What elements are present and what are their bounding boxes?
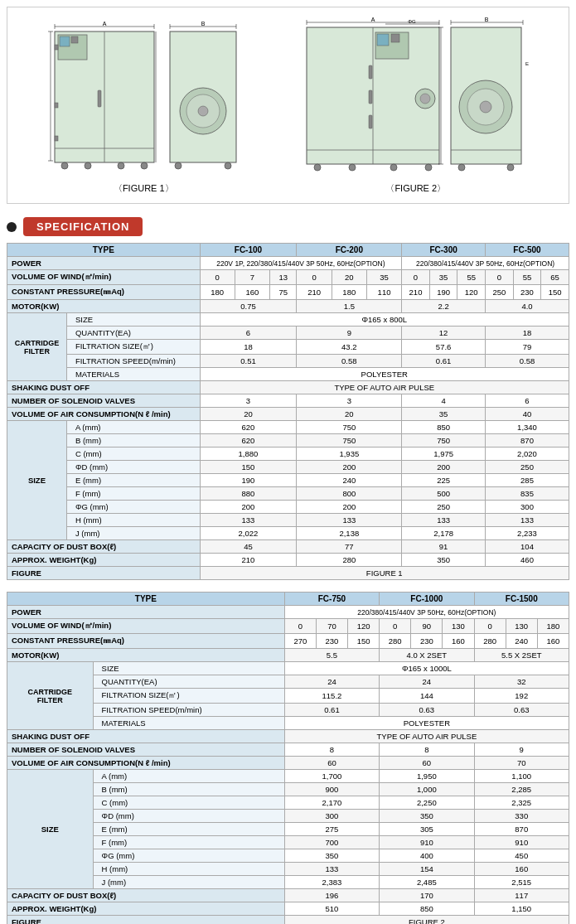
table-row: CARTRIDGEFILTER SIZE Φ165 x 800L — [7, 313, 569, 327]
figure-1-caption: 〈FIGURE 1〉 — [114, 182, 174, 195]
svg-point-31 — [225, 162, 231, 169]
table-row: QUANTITY(EA) 6 9 12 18 — [7, 327, 569, 340]
table-row: APPROX. WEIGHT(Kg) 510 850 1,150 — [7, 902, 569, 916]
figure2-front-view: A ΦG — [303, 16, 443, 177]
table-row: SIZE A (mm) 1,700 1,950 1,100 — [7, 770, 569, 783]
col-type-2: TYPE — [7, 593, 285, 606]
table-row: ΦG (mm) 200 200 250 300 — [7, 501, 569, 514]
table-row: NUMBER OF SOLENOID VALVES 8 8 9 — [7, 743, 569, 757]
figure1-side-view: B — [166, 20, 240, 177]
col-fc300: FC-300 — [402, 244, 486, 257]
table-row: MOTOR(KW) 5.5 4.0 X 2SET 5.5 X 2SET — [7, 649, 569, 662]
svg-point-64 — [480, 101, 491, 113]
table-row: FIGURE FIGURE 2 — [7, 916, 569, 925]
svg-rect-13 — [55, 103, 58, 108]
spec-dot — [7, 222, 17, 232]
svg-rect-14 — [55, 136, 58, 141]
table-row: FIGURE FIGURE 1 — [7, 567, 569, 580]
svg-point-50 — [425, 164, 432, 171]
table-row: E (mm) 190 240 225 285 — [7, 474, 569, 487]
svg-point-66 — [458, 164, 465, 171]
table-row: ΦD (mm) 150 200 200 250 — [7, 461, 569, 474]
svg-text:E: E — [525, 61, 529, 66]
svg-point-19 — [85, 162, 91, 169]
col-fc100: FC-100 — [200, 244, 297, 257]
table-row: J (mm) 2,022 2,138 2,178 2,233 — [7, 527, 569, 540]
svg-rect-15 — [98, 90, 101, 107]
table-row: SIZE A (mm) 620 750 850 1,340 — [7, 421, 569, 434]
svg-point-67 — [507, 164, 514, 171]
table-row: CONSTANT PRESSURE(㎜Aq) 270230150 2802301… — [7, 634, 569, 649]
svg-rect-43 — [369, 65, 372, 79]
svg-point-17 — [61, 162, 68, 169]
table-row: CARTRIDGEFILTER SIZE Φ165 x 1000L — [7, 662, 569, 675]
col-fc1000: FC-1000 — [380, 593, 474, 606]
table-row: FILTRATION SPEED(m/min) 0.51 0.58 0.61 0… — [7, 355, 569, 368]
svg-rect-12 — [55, 45, 58, 50]
figure-1-block: A — [46, 20, 240, 195]
table-row: B (mm) 620 750 750 870 — [7, 434, 569, 447]
svg-rect-45 — [369, 115, 372, 128]
svg-point-52 — [390, 164, 397, 171]
spec-table-2: TYPE FC-750 FC-1000 FC-1500 POWER 220/38… — [7, 592, 569, 924]
figures-section: A — [7, 7, 569, 204]
table-row: APPROX. WEIGHT(Kg) 210 280 350 460 — [7, 554, 569, 567]
figure-2-drawings: A ΦG — [303, 16, 530, 177]
table-row: CONSTANT PRESSURE(㎜Aq) 18016075 21018011… — [7, 285, 569, 300]
svg-point-18 — [141, 162, 148, 169]
table-row: VOLUME OF WIND(㎥/min) 0713 02035 03555 0… — [7, 270, 569, 285]
svg-point-51 — [349, 164, 356, 171]
svg-point-29 — [198, 106, 208, 116]
col-type: TYPE — [7, 244, 201, 257]
svg-text:ΦG: ΦG — [408, 19, 416, 24]
svg-text:B: B — [201, 21, 206, 27]
table-row: FILTRATION SIZE(㎡) 18 43.2 57.6 79 — [7, 340, 569, 355]
svg-point-20 — [118, 162, 124, 169]
svg-rect-41 — [377, 34, 389, 46]
table-row: F (mm) 880 800 500 835 — [7, 487, 569, 501]
table-row: POWER 220/380/415/440V 3P 50Hz, 60Hz(OPT… — [7, 606, 569, 619]
svg-text:A: A — [103, 21, 107, 27]
figure-2-block: A ΦG — [303, 16, 530, 195]
table-row: CAPACITY OF DUST BOX(ℓ) 196 170 117 — [7, 889, 569, 902]
table-row: VOLUME OF WIND(㎥/min) 070120 090130 0130… — [7, 619, 569, 634]
table-row: MATERIALS POLYESTER — [7, 368, 569, 381]
col-fc750: FC-750 — [284, 593, 379, 606]
table-row: VOLUME OF AIR CONSUMPTION(N ℓ /min) 60 6… — [7, 757, 569, 770]
svg-point-47 — [420, 94, 430, 104]
table-row: H (mm) 133 133 133 133 — [7, 514, 569, 527]
svg-text:A: A — [370, 17, 375, 22]
spec-header: SPECIFICATION — [7, 217, 569, 236]
figure-1-drawings: A — [46, 20, 240, 177]
table-row: VOLUME OF AIR CONSUMPTION(N ℓ /min) 20 2… — [7, 408, 569, 421]
table-row: CAPACITY OF DUST BOX(ℓ) 45 77 91 104 — [7, 540, 569, 554]
svg-point-30 — [175, 162, 182, 169]
col-fc200: FC-200 — [297, 244, 402, 257]
table-row: C (mm) 1,880 1,935 1,975 2,020 — [7, 447, 569, 461]
table-row: SHAKING DUST OFF TYPE OF AUTO AIR PULSE — [7, 730, 569, 743]
svg-text:B: B — [484, 17, 488, 22]
svg-rect-9 — [60, 36, 70, 46]
figure1-front-view: A — [46, 20, 162, 177]
table-row: POWER 220V 1P, 220/380/415/440V 3P 50Hz,… — [7, 257, 569, 270]
spec-table-1: TYPE FC-100 FC-200 FC-300 FC-500 POWER 2… — [7, 243, 569, 580]
table-row: MOTOR(KW) 0.75 1.5 2.2 4.0 — [7, 300, 569, 313]
spec-title: SPECIFICATION — [23, 217, 143, 236]
svg-rect-44 — [369, 90, 372, 104]
figure-2-caption: 〈FIGURE 2〉 — [385, 182, 446, 195]
col-fc500: FC-500 — [486, 244, 569, 257]
table-row: NUMBER OF SOLENOID VALVES 3 3 4 6 — [7, 394, 569, 408]
table-row: SHAKING DUST OFF TYPE OF AUTO AIR PULSE — [7, 381, 569, 394]
svg-rect-10 — [71, 36, 78, 43]
figure2-side-view: B E — [447, 16, 530, 177]
svg-rect-42 — [391, 34, 399, 42]
svg-point-49 — [314, 164, 321, 171]
col-fc1500: FC-1500 — [474, 593, 569, 606]
